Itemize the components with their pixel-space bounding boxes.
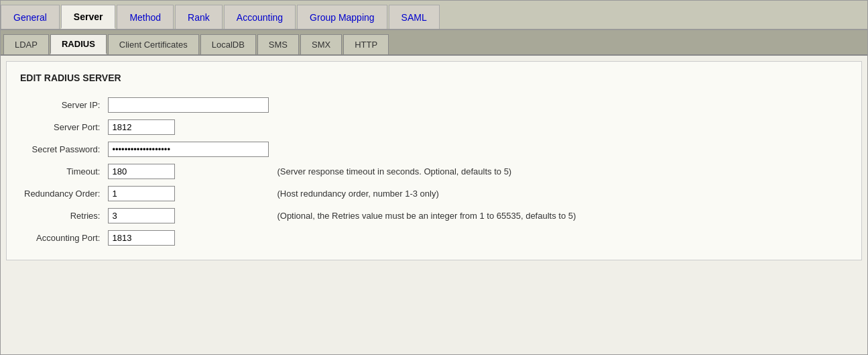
input-cell-secret-password bbox=[104, 138, 273, 160]
hint-server-port bbox=[273, 116, 580, 138]
form-table: Server IP: Server Port: Secret Pas bbox=[20, 94, 580, 249]
field-row-redundancy-order: Redundancy Order: (Host redundancy order… bbox=[20, 183, 580, 205]
second-tab-row: LDAP RADIUS Client Certificates LocalDB … bbox=[1, 30, 867, 56]
hint-redundancy-order: (Host redundancy order, number 1-3 only) bbox=[273, 183, 580, 205]
label-timeout: Timeout: bbox=[20, 160, 104, 183]
field-row-retries: Retries: (Optional, the Retries value mu… bbox=[20, 205, 580, 227]
hint-server-ip bbox=[273, 94, 580, 116]
tab-smx[interactable]: SMX bbox=[300, 34, 342, 54]
server-port-input[interactable] bbox=[108, 119, 175, 135]
section-title: EDIT RADIUS SERVER bbox=[20, 72, 848, 83]
tab-http[interactable]: HTTP bbox=[343, 34, 389, 54]
hint-timeout: (Server response timeout in seconds. Opt… bbox=[273, 160, 580, 183]
label-retries: Retries: bbox=[20, 205, 104, 227]
input-cell-timeout bbox=[104, 160, 273, 183]
input-cell-accounting-port bbox=[104, 227, 273, 249]
label-secret-password: Secret Password: bbox=[20, 138, 104, 160]
tab-sms[interactable]: SMS bbox=[257, 34, 299, 54]
tab-rank[interactable]: Rank bbox=[175, 5, 223, 29]
hint-accounting-port bbox=[273, 227, 580, 249]
tab-radius[interactable]: RADIUS bbox=[50, 34, 107, 54]
content-area: EDIT RADIUS SERVER Server IP: Server Por… bbox=[6, 61, 862, 260]
field-row-server-ip: Server IP: bbox=[20, 94, 580, 116]
top-tab-row: General Server Method Rank Accounting Gr… bbox=[1, 1, 867, 30]
timeout-input[interactable] bbox=[108, 164, 175, 179]
field-row-secret-password: Secret Password: bbox=[20, 138, 580, 160]
redundancy-order-input[interactable] bbox=[108, 186, 175, 201]
tab-localdb[interactable]: LocalDB bbox=[200, 34, 256, 54]
label-redundancy-order: Redundancy Order: bbox=[20, 183, 104, 205]
label-server-ip: Server IP: bbox=[20, 94, 104, 116]
tab-accounting[interactable]: Accounting bbox=[224, 5, 296, 29]
tab-server[interactable]: Server bbox=[61, 5, 116, 29]
input-cell-server-port bbox=[104, 116, 273, 138]
field-row-accounting-port: Accounting Port: bbox=[20, 227, 580, 249]
tab-client-certificates[interactable]: Client Certificates bbox=[108, 34, 199, 54]
accounting-port-input[interactable] bbox=[108, 230, 175, 246]
tab-group-mapping[interactable]: Group Mapping bbox=[297, 5, 387, 29]
tab-general[interactable]: General bbox=[1, 5, 60, 29]
tab-saml[interactable]: SAML bbox=[389, 5, 440, 29]
tab-method[interactable]: Method bbox=[117, 5, 174, 29]
input-cell-redundancy-order bbox=[104, 183, 273, 205]
hint-secret-password bbox=[273, 138, 580, 160]
secret-password-input[interactable] bbox=[108, 142, 269, 157]
input-cell-retries bbox=[104, 205, 273, 227]
retries-input[interactable] bbox=[108, 208, 175, 223]
field-row-timeout: Timeout: (Server response timeout in sec… bbox=[20, 160, 580, 183]
label-server-port: Server Port: bbox=[20, 116, 104, 138]
server-ip-input[interactable] bbox=[108, 97, 269, 113]
label-accounting-port: Accounting Port: bbox=[20, 227, 104, 249]
main-container: General Server Method Rank Accounting Gr… bbox=[0, 0, 868, 355]
field-row-server-port: Server Port: bbox=[20, 116, 580, 138]
tab-ldap[interactable]: LDAP bbox=[3, 34, 49, 54]
input-cell-server-ip bbox=[104, 94, 273, 116]
hint-retries: (Optional, the Retries value must be an … bbox=[273, 205, 580, 227]
